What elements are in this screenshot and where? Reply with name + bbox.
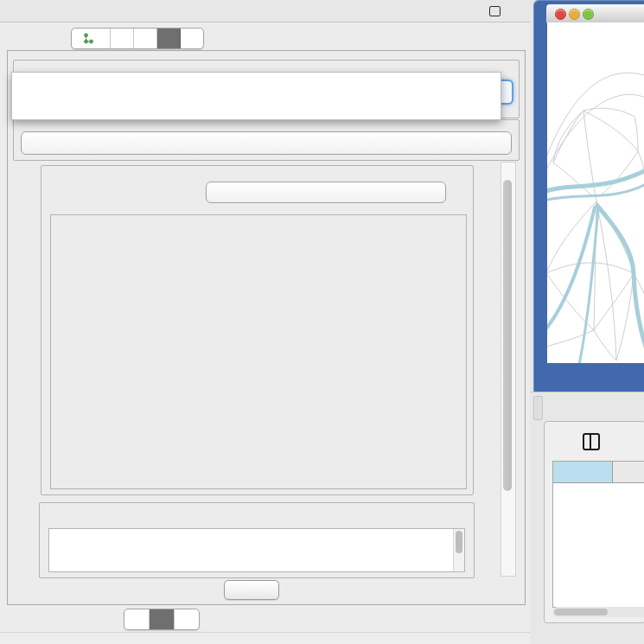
attributes-scrollbar[interactable] [453,529,464,571]
table-panel [544,421,644,623]
network-window-titlebar[interactable] [546,4,644,23]
apply-button[interactable] [224,580,279,600]
top-tab-bar [71,28,204,49]
tab-select[interactable] [134,29,157,48]
tab-jactivemnodules[interactable] [181,29,203,48]
tab-discretize-data[interactable] [150,609,175,629]
columns-icon[interactable] [583,433,600,450]
tab-network[interactable] [72,29,111,48]
table-data-combobox[interactable] [21,131,512,155]
float-window-icon[interactable] [489,6,501,16]
tab-cyni-toolbox[interactable] [157,29,181,48]
tab-style[interactable] [111,29,134,48]
network-canvas[interactable] [547,22,644,363]
attributes-to-discretize-group [39,502,475,578]
numerical-attributes-list [48,528,465,572]
tab-infer-network[interactable] [175,609,199,629]
thresholds-coordinates-group [50,214,467,489]
bottom-tab-bar [124,609,200,630]
dropdown-item-equal-width-frequency[interactable] [12,76,501,77]
zoom-traffic-light-icon[interactable] [583,9,594,20]
cyni-toolbox-panel [7,50,526,605]
column-header-shared-name[interactable] [553,462,613,482]
network-icon [83,33,94,44]
algorithm-dropdown-popup [11,72,501,120]
network-edges [547,73,644,360]
table-header-row [553,462,644,483]
control-panel [0,0,531,644]
scrollbar-thumb[interactable] [503,180,512,491]
table-data-group [13,119,520,161]
panel-splitter-handle[interactable] [533,396,543,420]
network-view-window [533,0,644,392]
tab-impute-data[interactable] [124,609,150,629]
number-of-intervals-combobox[interactable] [206,182,446,203]
scrollbar-thumb[interactable] [456,531,462,553]
control-panel-titlebar [0,0,530,22]
root [0,0,644,644]
interval-definition-group [41,165,474,495]
settings-scrollbar[interactable] [501,162,516,577]
bottom-strip [0,632,530,644]
node-table [552,461,644,608]
close-traffic-light-icon[interactable] [555,9,566,20]
table-panel-strip [530,392,644,422]
column-header-name[interactable] [613,462,644,482]
table-horizontal-scrollbar[interactable] [552,607,644,617]
scrollbar-thumb[interactable] [554,609,608,615]
minimize-traffic-light-icon[interactable] [569,9,580,20]
